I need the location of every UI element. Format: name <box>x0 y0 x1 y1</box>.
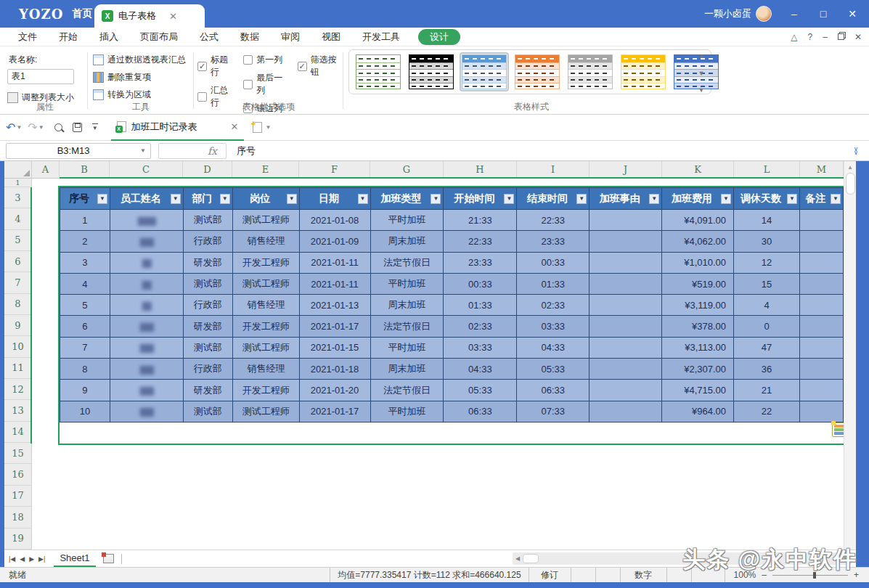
cell-start[interactable]: 04:33 <box>444 359 517 380</box>
cell-type[interactable]: 法定节假日 <box>370 316 444 337</box>
row-header-7[interactable]: 7 <box>4 272 32 293</box>
gallery-up-icon[interactable]: ▲ <box>698 52 705 60</box>
print-preview-icon[interactable] <box>54 123 62 131</box>
cell-no[interactable]: 8 <box>60 359 110 380</box>
cell-dept[interactable]: 测试部 <box>183 401 232 422</box>
new-file-button[interactable]: + ▼ <box>253 122 271 133</box>
table-header-加班类型[interactable]: 加班类型▼ <box>370 188 444 210</box>
filter-dropdown-icon[interactable]: ▼ <box>220 194 230 204</box>
redo-caret-icon[interactable]: ▼ <box>38 124 44 131</box>
cell-date[interactable]: 2021-01-13 <box>299 295 370 316</box>
vertical-scroll-thumb[interactable] <box>846 173 855 195</box>
checkbox-icon[interactable] <box>243 55 253 65</box>
table-header-结束时间[interactable]: 结束时间▼ <box>517 188 589 210</box>
cell-end[interactable]: 04:33 <box>517 337 589 358</box>
table-style-light-green-grid[interactable] <box>354 52 403 91</box>
filter-dropdown-icon[interactable]: ▼ <box>721 194 731 204</box>
status-cell-1[interactable] <box>571 568 595 583</box>
menu-item-视图[interactable]: 视图 <box>311 30 351 44</box>
cell-type[interactable]: 周末加班 <box>370 359 444 380</box>
cell-note[interactable] <box>800 252 844 273</box>
table-header-加班事由[interactable]: 加班事由▼ <box>589 188 662 210</box>
cell-reason[interactable] <box>589 252 662 273</box>
cell-dept[interactable]: 研发部 <box>183 316 232 337</box>
cell-name[interactable]: ████ <box>110 210 183 231</box>
row-header-16[interactable]: 16 <box>4 464 32 485</box>
cell-reason[interactable] <box>589 210 662 231</box>
filter-dropdown-icon[interactable]: ▼ <box>787 194 797 204</box>
cell-note[interactable] <box>800 380 844 401</box>
cell-days[interactable]: 14 <box>734 210 800 231</box>
cell-name[interactable]: ██ <box>110 273 183 294</box>
row-header-1[interactable]: 1 <box>4 179 32 187</box>
gallery-down-icon[interactable]: ▼ <box>698 70 705 77</box>
cell-fee[interactable]: ¥964.00 <box>662 401 734 422</box>
filter-dropdown-icon[interactable]: ▼ <box>649 194 659 204</box>
doc-minimize-icon[interactable]: – <box>823 32 828 42</box>
user-account[interactable]: 一颗小卤蛋 <box>704 6 772 22</box>
column-header-K[interactable]: K <box>662 161 734 179</box>
file-tab-active[interactable]: X 加班工时记录表 ✕ <box>111 115 245 141</box>
row-header-19[interactable]: 19 <box>4 528 32 550</box>
row-header-17[interactable]: 17 <box>4 486 32 507</box>
cell-title[interactable]: 测试工程师 <box>232 273 299 294</box>
menu-item-开始[interactable]: 开始 <box>48 30 89 44</box>
table-name-input[interactable] <box>7 69 74 84</box>
cell-dept[interactable]: 测试部 <box>183 337 232 358</box>
status-cell-2[interactable] <box>595 568 620 583</box>
table-style-medium-gray[interactable] <box>566 52 615 91</box>
cell-note[interactable] <box>800 401 844 422</box>
column-header-C[interactable]: C <box>110 161 183 179</box>
cell-note[interactable] <box>800 273 844 294</box>
row-header-13[interactable]: 13 <box>4 400 32 421</box>
cell-title[interactable]: 开发工程师 <box>232 316 299 337</box>
app-tab-spreadsheet[interactable]: X 电子表格 ✕ <box>94 4 205 28</box>
row-header-10[interactable]: 10 <box>4 336 32 357</box>
cell-type[interactable]: 平时加班 <box>370 337 444 358</box>
doc-close-icon[interactable]: ✕ <box>854 32 862 42</box>
table-header-部门[interactable]: 部门▼ <box>183 188 232 210</box>
table-style-dark-black[interactable] <box>407 52 456 91</box>
scroll-left-icon[interactable]: ◀ <box>513 555 523 562</box>
cell-date[interactable]: 2021-01-15 <box>299 337 370 358</box>
gallery-more-icon[interactable]: ▼ <box>698 87 705 93</box>
cell-dept[interactable]: 行政部 <box>183 295 232 316</box>
cell-name[interactable]: ███ <box>110 380 183 401</box>
cell-name[interactable]: ███ <box>110 337 183 358</box>
cell-type[interactable]: 平时加班 <box>370 210 444 231</box>
cell-start[interactable]: 21:33 <box>444 210 517 231</box>
row-header-18[interactable]: 18 <box>4 507 32 528</box>
table-header-员工姓名[interactable]: 员工姓名▼ <box>110 188 183 210</box>
cell-no[interactable]: 2 <box>60 231 110 252</box>
cell-fee[interactable]: ¥4,091.00 <box>662 210 734 231</box>
cell-end[interactable]: 01:33 <box>517 273 589 294</box>
cell-name[interactable]: ███ <box>110 359 183 380</box>
menu-item-开发工具[interactable]: 开发工具 <box>351 30 411 44</box>
home-button[interactable]: 首页 <box>72 7 92 20</box>
cell-title[interactable]: 销售经理 <box>232 231 299 252</box>
save-icon[interactable] <box>73 123 82 132</box>
cell-fee[interactable]: ¥3,113.00 <box>662 337 734 358</box>
window-maximize-button[interactable]: □ <box>817 8 830 20</box>
cell-start[interactable]: 06:33 <box>444 401 517 422</box>
checkbox-icon[interactable] <box>197 92 207 102</box>
cell-name[interactable]: ██ <box>110 252 183 273</box>
sheet-tab-sheet1[interactable]: Sheet1 <box>54 550 95 567</box>
menu-item-插入[interactable]: 插入 <box>89 30 129 44</box>
tool-button-3[interactable]: 转换为区域 <box>93 89 192 101</box>
cell-no[interactable]: 10 <box>60 401 110 422</box>
cell-end[interactable]: 00:33 <box>517 252 589 273</box>
cell-date[interactable]: 2021-01-11 <box>299 273 370 294</box>
menu-item-审阅[interactable]: 审阅 <box>270 30 311 44</box>
insert-function-button[interactable]: fx <box>158 143 227 159</box>
cell-start[interactable]: 03:33 <box>444 337 517 358</box>
cell-days[interactable]: 30 <box>734 231 800 252</box>
column-header-L[interactable]: L <box>734 161 800 179</box>
toolbar-customize-icon[interactable]: ▼ <box>92 123 98 131</box>
column-header-B[interactable]: B <box>60 161 110 179</box>
cell-dept[interactable]: 研发部 <box>183 252 232 273</box>
sheet-nav-first-icon[interactable]: |◀ <box>9 555 15 563</box>
cell-dept[interactable]: 测试部 <box>183 210 232 231</box>
row-header-6[interactable]: 6 <box>4 251 32 272</box>
cell-days[interactable]: 12 <box>734 252 800 273</box>
